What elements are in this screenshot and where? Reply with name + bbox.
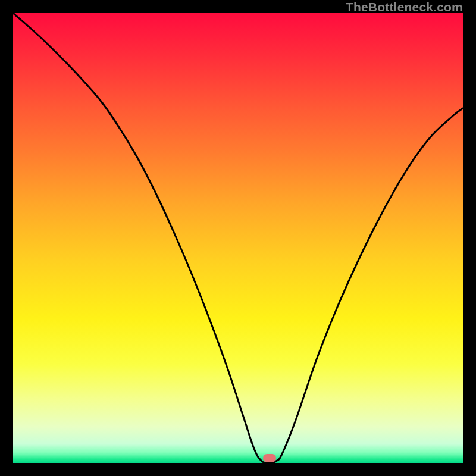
plot-area <box>13 13 463 463</box>
vertex-marker <box>263 454 276 462</box>
bottleneck-curve <box>13 13 463 463</box>
watermark-text: TheBottleneck.com <box>346 0 463 14</box>
chart-frame: TheBottleneck.com <box>0 0 476 476</box>
